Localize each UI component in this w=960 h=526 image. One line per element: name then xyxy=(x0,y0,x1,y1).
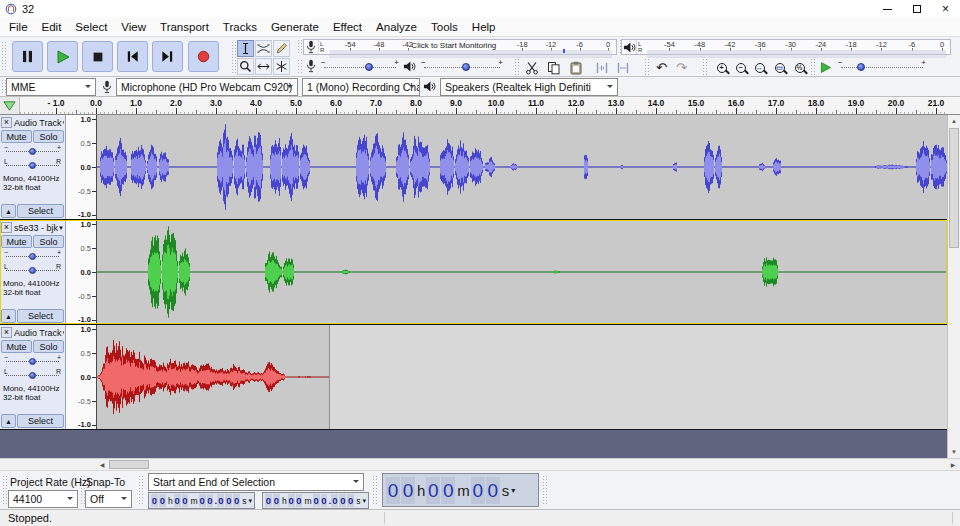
time-digit[interactable]: 0 xyxy=(199,494,206,507)
collapse-button[interactable]: ▲ xyxy=(1,309,16,323)
toolbar-grip[interactable] xyxy=(644,58,649,75)
time-digit[interactable]: 0 xyxy=(401,477,415,504)
track-close-button[interactable]: × xyxy=(1,222,12,233)
play-at-speed-button[interactable] xyxy=(816,59,835,76)
toolbar-grip[interactable] xyxy=(514,58,519,75)
selection-end-field[interactable]: 00h00m00.000s▾ xyxy=(262,492,369,509)
horizontal-scroll-thumb[interactable] xyxy=(109,460,149,469)
menu-select[interactable]: Select xyxy=(68,20,114,34)
minimize-button[interactable] xyxy=(873,0,902,18)
selection-mode-select[interactable]: Start and End of Selection xyxy=(148,473,364,491)
slider-thumb[interactable] xyxy=(462,63,470,71)
toolbar-grip[interactable] xyxy=(138,475,143,506)
slider-thumb[interactable] xyxy=(29,162,36,169)
slider-thumb[interactable] xyxy=(29,358,36,365)
selection-start-field[interactable]: 00h00m00.000s▾ xyxy=(148,492,255,509)
gain-slider[interactable]: −+ xyxy=(4,144,61,157)
menu-tools[interactable]: Tools xyxy=(424,20,465,34)
zoom-toggle-button[interactable]: ½ xyxy=(790,59,809,76)
toolbar-grip[interactable] xyxy=(297,39,302,55)
collapse-button[interactable]: ▲ xyxy=(1,204,16,218)
time-digit[interactable]: 0 xyxy=(339,494,346,507)
time-digit[interactable]: 0 xyxy=(265,494,272,507)
toolbar-grip[interactable] xyxy=(231,41,236,74)
time-digit[interactable]: 0 xyxy=(296,494,303,507)
playback-volume-slider[interactable]: −+ xyxy=(421,59,503,73)
zoom-fit-button[interactable]: ▭ xyxy=(770,59,789,76)
toolbar-grip[interactable] xyxy=(2,475,7,506)
slider-thumb[interactable] xyxy=(365,63,373,71)
select-button[interactable]: Select xyxy=(17,204,64,218)
play-speed-slider[interactable]: −+ xyxy=(838,59,926,73)
zoomtool-tool-button[interactable] xyxy=(237,58,254,75)
time-digit[interactable]: 0 xyxy=(182,494,189,507)
redo-button[interactable]: ↷ xyxy=(672,59,691,76)
audio-position-field[interactable]: 00h00m00s▾ xyxy=(382,473,539,507)
gain-slider[interactable]: −+ xyxy=(4,249,61,262)
track-title-menu[interactable]: Audio Track▼ xyxy=(12,328,64,338)
scroll-down-button[interactable]: ▼ xyxy=(948,446,960,458)
time-digit[interactable]: 0 xyxy=(159,494,166,507)
pause-button[interactable] xyxy=(12,41,43,72)
mute-button[interactable]: Mute xyxy=(1,340,32,353)
snap-to-select[interactable]: Off xyxy=(85,490,132,508)
timeline-ruler[interactable]: - 1.00.01.02.03.04.05.06.07.08.09.010.01… xyxy=(0,97,960,115)
menu-effect[interactable]: Effect xyxy=(326,20,369,34)
slider-thumb[interactable] xyxy=(29,253,36,260)
project-rate-select[interactable]: 44100 xyxy=(8,490,78,508)
menu-tracks[interactable]: Tracks xyxy=(216,20,264,34)
tracks-empty-area[interactable] xyxy=(0,430,947,458)
solo-button[interactable]: Solo xyxy=(33,340,64,353)
recording-meter[interactable]: LR-54-48-42-18-12-60Click to Start Monit… xyxy=(303,39,617,55)
slider-thumb[interactable] xyxy=(29,372,36,379)
timeline-scale[interactable]: - 1.00.01.02.03.04.05.06.07.08.09.010.01… xyxy=(20,97,947,114)
zoom-out-button[interactable]: − xyxy=(731,59,750,76)
time-digit[interactable]: 0 xyxy=(151,494,158,507)
recording-channels-select[interactable]: 1 (Mono) Recording Channe xyxy=(302,78,420,96)
time-digit[interactable]: 0 xyxy=(347,494,354,507)
record-button[interactable] xyxy=(188,41,219,72)
toolbar-grip[interactable] xyxy=(542,475,547,506)
envelope-tool-button[interactable] xyxy=(255,40,272,57)
multi-tool-button[interactable] xyxy=(273,58,290,75)
track-title-menu[interactable]: Audio Track▼ xyxy=(12,118,64,128)
toolbar-grip[interactable] xyxy=(297,59,302,74)
recording-device-select[interactable]: Microphone (HD Pro Webcam C920) xyxy=(116,78,298,96)
pan-slider[interactable]: LR xyxy=(4,158,61,171)
menu-view[interactable]: View xyxy=(114,20,153,34)
empty-track-area[interactable] xyxy=(329,325,947,429)
menu-file[interactable]: File xyxy=(2,20,35,34)
mute-button[interactable]: Mute xyxy=(1,130,32,143)
solo-button[interactable]: Solo xyxy=(33,130,64,143)
skipend-button[interactable] xyxy=(152,41,183,72)
scroll-right-button[interactable]: ▶ xyxy=(947,459,959,470)
menu-edit[interactable]: Edit xyxy=(35,20,69,34)
waveform-track-1[interactable] xyxy=(97,115,947,219)
time-digit[interactable]: 0 xyxy=(288,494,295,507)
time-digit[interactable]: 0 xyxy=(313,494,320,507)
solo-button[interactable]: Solo xyxy=(33,235,64,248)
time-digit[interactable]: 0 xyxy=(486,477,500,504)
skipstart-button[interactable] xyxy=(117,41,148,72)
undo-button[interactable]: ↶ xyxy=(652,59,671,76)
time-digit[interactable]: 0 xyxy=(225,494,232,507)
gain-slider[interactable]: −+ xyxy=(4,354,61,367)
track-close-button[interactable]: × xyxy=(1,327,12,338)
playback-meter[interactable]: LR-54-48-42-36-30-24-18-12-60 xyxy=(621,39,951,55)
collapse-button[interactable]: ▲ xyxy=(1,414,16,428)
menu-generate[interactable]: Generate xyxy=(264,20,326,34)
pan-slider[interactable]: LR xyxy=(4,263,61,276)
zoom-sel-button[interactable]: ↔ xyxy=(750,59,769,76)
time-digit[interactable]: 0 xyxy=(207,494,214,507)
horizontal-scrollbar[interactable]: ◀▶ xyxy=(0,458,960,470)
time-digit[interactable]: 0 xyxy=(233,494,240,507)
time-digit[interactable]: 0 xyxy=(386,477,400,504)
track-close-button[interactable]: × xyxy=(1,117,12,128)
slider-thumb[interactable] xyxy=(29,148,36,155)
time-digit[interactable]: 0 xyxy=(331,494,338,507)
audio-host-select[interactable]: MME xyxy=(6,78,96,96)
stop-button[interactable] xyxy=(82,41,113,72)
silence-button[interactable] xyxy=(613,59,632,76)
vertical-scrollbar[interactable]: ▲▼ xyxy=(947,115,960,458)
trim-button[interactable] xyxy=(592,59,611,76)
